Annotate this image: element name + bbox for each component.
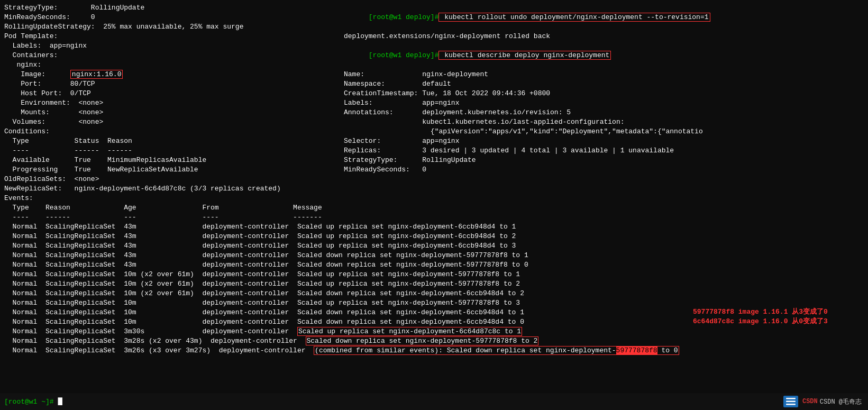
event-6: Normal ScalingReplicaSet 10m (x2 over 61… — [4, 270, 337, 279]
detail-name: Name: nginx-deployment — [344, 70, 756, 79]
left-panel: StrategyType: RollingUpdate MinReadySeco… — [4, 3, 337, 356]
event-11: Normal ScalingReplicaSet 10m deployment-… — [4, 317, 337, 327]
event-3: Normal ScalingReplicaSet 43m deployment-… — [4, 241, 337, 251]
line-cond-header: Type Status Reason — [4, 136, 337, 146]
event-5: Normal ScalingReplicaSet 43m deployment-… — [4, 260, 337, 270]
event-10: Normal ScalingReplicaSet 10m deployment-… — [4, 308, 337, 317]
line-old-rs: OldReplicaSets: <none> — [4, 175, 337, 184]
line-events-header: Type Reason Age From Message — [4, 203, 337, 213]
detail-ns: Namespace: default — [344, 79, 756, 89]
event-13-highlight: Scaled down replica set nginx-deployment… — [306, 336, 539, 345]
bottom-prompt-text: [root@w1 ~]# — [4, 398, 54, 406]
event-7: Normal ScalingReplicaSet 10m (x2 over 61… — [4, 279, 337, 289]
event-14: Normal ScalingReplicaSet 3m26s (x3 over … — [4, 346, 337, 356]
line-events: Events: — [4, 194, 337, 203]
cursor: █ — [58, 397, 62, 406]
line-labels: Labels: app=nginx — [4, 41, 337, 51]
line-new-rs: NewReplicaSet: nginx-deployment-6c64d87c… — [4, 184, 337, 194]
right-panel: [root@w1 deploy]# kubectl rollout undo d… — [344, 3, 756, 175]
csdn-author: CSDN @毛奇志 — [820, 397, 862, 406]
event-14-highlight: (combined from similar events): Scaled d… — [314, 346, 679, 355]
cmd2-prompt: [root@w1 deploy]# — [369, 51, 439, 59]
svg-rect-1 — [786, 401, 796, 403]
annotation-line2: 6c64d87c8c image 1.16.0 从0变成了3 — [693, 316, 862, 326]
annotation-line1: 59777878f8 image 1.16.1 从3变成了0 — [693, 307, 862, 316]
rollback-line: deployment.extensions/nginx-deployment r… — [344, 32, 756, 41]
cmd1-line: [root@w1 deploy]# kubectl rollout undo d… — [344, 3, 756, 32]
csdn-logo: CSDN — [802, 398, 818, 405]
line-nginx: nginx: — [4, 60, 337, 70]
svg-rect-2 — [786, 404, 796, 405]
line-hostport: Host Port: 0/TCP — [4, 89, 337, 98]
cmd1-prompt: [root@w1 deploy]# — [369, 13, 439, 21]
detail-annotations: Annotations: deployment.kubernetes.io/re… — [344, 108, 756, 117]
line-volumes: Volumes: <none> — [4, 117, 337, 127]
detail-labels: Labels: app=nginx — [344, 98, 756, 108]
bottom-bar: [root@w1 ~]# █ CSDN CSDN @毛奇志 — [0, 393, 868, 410]
detail-annotations2: kubectl.kubernetes.io/last-applied-confi… — [344, 117, 756, 127]
event-9: Normal ScalingReplicaSet 10m deployment-… — [4, 298, 337, 308]
line-image: Image: nginx:1.16.0 — [4, 70, 337, 79]
event-8: Normal ScalingReplicaSet 10m (x2 over 61… — [4, 289, 337, 298]
line-rolling: RollingUpdateStrategy: 25% max unavailab… — [4, 22, 337, 32]
bottom-right: CSDN CSDN @毛奇志 — [783, 396, 868, 407]
event-2: Normal ScalingReplicaSet 43m deployment-… — [4, 232, 337, 241]
terminal: StrategyType: RollingUpdate MinReadySeco… — [0, 0, 868, 410]
detail-minready: MinReadySeconds: 0 — [344, 165, 756, 175]
svg-rect-0 — [786, 398, 796, 399]
event-4: Normal ScalingReplicaSet 43m deployment-… — [4, 251, 337, 260]
cmd2-command: kubectl describe deploy nginx-deployment — [438, 51, 611, 60]
event-12-highlight: Scaled up replica set nginx-deployment-6… — [297, 327, 522, 336]
blue-icon-btn[interactable] — [783, 396, 798, 407]
bottom-prompt: [root@w1 ~]# █ — [0, 397, 783, 406]
event-13: Normal ScalingReplicaSet 3m28s (x2 over … — [4, 336, 337, 346]
line-cond-dash: ---- ------ ------ — [4, 146, 337, 156]
annotation-box: 59777878f8 image 1.16.1 从3变成了0 6c64d87c8… — [693, 307, 862, 326]
detail-strategy: StrategyType: RollingUpdate — [344, 156, 756, 165]
detail-replicas: Replicas: 3 desired | 3 updated | 4 tota… — [344, 146, 756, 156]
detail-annotations3: {"apiVersion":"apps/v1","kind":"Deployme… — [344, 127, 756, 136]
cmd2-line: [root@w1 deploy]# kubectl describe deplo… — [344, 41, 756, 70]
line-conditions: Conditions: — [4, 127, 337, 136]
line-progressing: Progressing True NewReplicaSetAvailable — [4, 165, 337, 175]
line-minready: MinReadySeconds: 0 — [4, 13, 337, 22]
line-port: Port: 80/TCP — [4, 79, 337, 89]
detail-created: CreationTimestamp: Tue, 18 Oct 2022 09:4… — [344, 89, 756, 98]
event-12: Normal ScalingReplicaSet 3m30s deploymen… — [4, 327, 337, 336]
image-highlight: nginx:1.16.0 — [70, 70, 123, 79]
line-strategy-type: StrategyType: RollingUpdate — [4, 3, 337, 13]
line-mounts: Mounts: <none> — [4, 108, 337, 117]
line-pod-template: Pod Template: — [4, 32, 337, 41]
line-available: Available True MinimumReplicasAvailable — [4, 156, 337, 165]
cmd1-command: kubectl rollout undo deployment/nginx-de… — [438, 13, 710, 22]
line-env: Environment: <none> — [4, 98, 337, 108]
event-1: Normal ScalingReplicaSet 43m deployment-… — [4, 222, 337, 232]
line-containers: Containers: — [4, 51, 337, 60]
detail-selector: Selector: app=nginx — [344, 136, 756, 146]
line-events-dash: ---- ------ --- ---- ------- — [4, 213, 337, 222]
